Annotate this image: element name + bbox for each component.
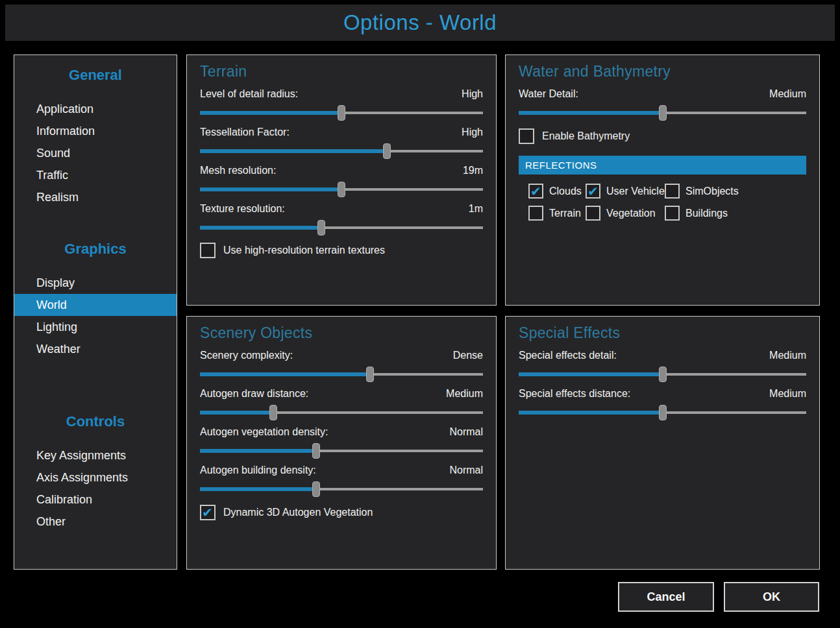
slider-fill (200, 226, 321, 230)
water-detail-row: Water Detail: Medium (519, 88, 806, 122)
autogen-draw-distance-slider[interactable] (200, 404, 483, 422)
reflection-terrain-checkbox[interactable] (528, 206, 543, 221)
lod-radius-slider[interactable] (200, 104, 483, 122)
sidebar-item-traffic[interactable]: Traffic (14, 164, 177, 186)
sidebar-item-key-assignments[interactable]: Key Assignments (14, 444, 177, 466)
autogen-vegetation-density-row: Autogen vegetation density: Normal (200, 426, 483, 460)
high-res-textures-checkbox[interactable] (200, 243, 216, 258)
reflection-vegetation-row: Vegetation (586, 206, 665, 221)
high-res-textures-label: Use high-resolution terrain textures (223, 245, 385, 256)
reflection-vegetation-label: Vegetation (606, 208, 656, 219)
slider-thumb[interactable] (659, 367, 667, 382)
terrain-panel-title: Terrain (200, 63, 483, 80)
scenery-objects-panel: Scenery Objects Scenery complexity: Dens… (186, 316, 497, 570)
slider-thumb[interactable] (338, 182, 345, 197)
reflection-simobjects-checkbox[interactable] (665, 184, 680, 199)
water-panel-title: Water and Bathymetry (519, 63, 806, 80)
autogen-vegetation-density-value: Normal (449, 426, 483, 438)
special-effects-detail-row: Special effects detail: Medium (519, 350, 806, 383)
sidebar-item-other[interactable]: Other (14, 511, 177, 533)
cancel-button[interactable]: Cancel (618, 582, 714, 612)
water-detail-label: Water Detail: (519, 88, 578, 100)
reflection-simobjects-row: SimObjects (665, 184, 806, 199)
sidebar-item-weather[interactable]: Weather (14, 338, 177, 360)
slider-fill (519, 111, 663, 115)
enable-bathymetry-label: Enable Bathymetry (542, 130, 630, 142)
slider-thumb[interactable] (383, 143, 391, 159)
scenery-complexity-row: Scenery complexity: Dense (200, 350, 483, 383)
ok-button[interactable]: OK (724, 582, 819, 612)
slider-fill (200, 411, 273, 415)
autogen-building-density-label: Autogen building density: (200, 465, 316, 476)
dynamic-3d-vegetation-label: Dynamic 3D Autogen Vegetation (223, 507, 373, 518)
autogen-draw-distance-label: Autogen draw distance: (200, 388, 308, 400)
water-bathymetry-panel: Water and Bathymetry Water Detail: Mediu… (505, 54, 820, 306)
special-effects-detail-slider[interactable] (519, 365, 806, 383)
sidebar-item-lighting[interactable]: Lighting (14, 316, 177, 338)
reflection-buildings-checkbox[interactable] (665, 206, 680, 221)
autogen-vegetation-density-slider[interactable] (200, 442, 483, 460)
slider-thumb[interactable] (317, 220, 325, 235)
slider-thumb[interactable] (659, 105, 667, 121)
slider-fill (200, 487, 316, 491)
effects-panel-title: Special Effects (519, 324, 806, 342)
autogen-vegetation-density-label: Autogen vegetation density: (200, 426, 328, 438)
autogen-building-density-slider[interactable] (200, 480, 483, 498)
sidebar-header-general: General (14, 67, 177, 84)
sidebar-item-sound[interactable]: Sound (14, 142, 177, 164)
enable-bathymetry-checkbox[interactable] (519, 128, 534, 144)
high-res-textures-row: Use high-resolution terrain textures (200, 243, 483, 258)
mesh-resolution-row: Mesh resolution: 19m (200, 165, 483, 199)
sidebar-item-world[interactable]: World (14, 294, 177, 316)
reflection-user-vehicle-checkbox[interactable] (586, 184, 600, 199)
slider-fill (519, 372, 663, 376)
reflection-terrain-label: Terrain (549, 208, 581, 219)
sidebar-item-calibration[interactable]: Calibration (14, 489, 177, 511)
reflection-terrain-row: Terrain (528, 206, 586, 221)
special-effects-distance-slider[interactable] (519, 404, 806, 422)
slider-fill (200, 372, 370, 376)
reflection-clouds-checkbox[interactable] (528, 184, 543, 199)
lod-radius-value: High (462, 88, 483, 100)
texture-resolution-label: Texture resolution: (200, 203, 285, 215)
water-detail-slider[interactable] (519, 104, 806, 122)
scenery-panel-title: Scenery Objects (200, 324, 483, 342)
tessellation-value: High (462, 127, 483, 138)
sidebar-item-display[interactable]: Display (14, 272, 177, 294)
reflection-buildings-row: Buildings (665, 206, 806, 221)
slider-thumb[interactable] (659, 405, 667, 420)
special-effects-distance-label: Special effects distance: (519, 388, 630, 400)
dynamic-3d-vegetation-row: Dynamic 3D Autogen Vegetation (200, 505, 483, 520)
lod-radius-label: Level of detail radius: (200, 88, 298, 100)
slider-thumb[interactable] (366, 367, 374, 382)
reflection-vegetation-checkbox[interactable] (586, 206, 600, 221)
dialog-title: Options - World (343, 10, 497, 35)
mesh-resolution-label: Mesh resolution: (200, 165, 276, 176)
dynamic-3d-vegetation-checkbox[interactable] (200, 505, 216, 520)
reflection-clouds-label: Clouds (549, 186, 582, 197)
special-effects-detail-value: Medium (769, 350, 806, 361)
reflection-buildings-label: Buildings (686, 208, 728, 219)
tessellation-slider[interactable] (200, 142, 483, 160)
texture-resolution-slider[interactable] (200, 219, 483, 237)
sidebar-item-realism[interactable]: Realism (14, 186, 177, 208)
sidebar-item-application[interactable]: Application (14, 98, 177, 120)
tessellation-label: Tessellation Factor: (200, 127, 290, 138)
enable-bathymetry-row: Enable Bathymetry (519, 128, 806, 144)
slider-thumb[interactable] (312, 443, 320, 459)
slider-fill (200, 149, 387, 153)
sidebar-item-information[interactable]: Information (14, 120, 177, 142)
sidebar-item-axis-assignments[interactable]: Axis Assignments (14, 466, 177, 489)
slider-thumb[interactable] (338, 105, 345, 121)
autogen-draw-distance-row: Autogen draw distance: Medium (200, 388, 483, 422)
scenery-complexity-slider[interactable] (200, 365, 483, 383)
reflection-simobjects-label: SimObjects (686, 186, 739, 197)
slider-thumb[interactable] (269, 405, 277, 420)
autogen-building-density-value: Normal (449, 465, 483, 476)
slider-thumb[interactable] (312, 481, 320, 497)
special-effects-detail-label: Special effects detail: (519, 350, 617, 361)
sidebar-header-graphics: Graphics (14, 241, 177, 258)
texture-resolution-value: 1m (469, 203, 483, 215)
mesh-resolution-slider[interactable] (200, 180, 483, 199)
special-effects-panel: Special Effects Special effects detail: … (505, 316, 820, 570)
